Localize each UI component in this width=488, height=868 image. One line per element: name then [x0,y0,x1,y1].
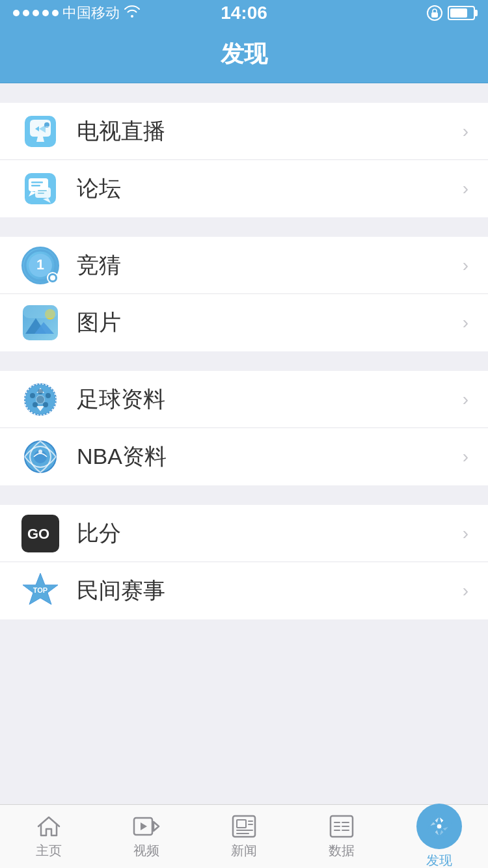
list-item-folk[interactable]: TOP 民间赛事 › [0,562,488,619]
folk-chevron: › [463,580,468,601]
tv-label: 电视直播 [77,116,456,146]
list-item-forum[interactable]: 论坛 › [0,160,488,217]
soccer-label: 足球资料 [77,385,456,414]
nba-chevron: › [463,446,468,467]
tab-video-label: 视频 [133,842,159,860]
tab-bar: 主页 视频 新闻 [0,804,488,868]
svg-rect-44 [237,820,246,828]
svg-text:GO: GO [27,526,49,542]
guess-chevron: › [463,255,468,276]
content-area: ... 电视直播 › 论坛 › [0,83,488,804]
svg-point-32 [33,402,38,407]
svg-rect-11 [38,190,47,191]
data-tab-icon [327,813,356,839]
list-item-nba[interactable]: NBA资料 › [0,428,488,485]
section-1: ... 电视直播 › 论坛 › [0,103,488,217]
section-2: 1 竞猜 › [0,237,488,351]
section-3: 足球资料 › NBA资料 › [0,371,488,485]
status-bar: 中国移动 14:06 [0,0,488,26]
battery-icon [448,6,475,20]
status-right [427,5,475,21]
list-item-score[interactable]: GO 比分 › [0,505,488,562]
tab-data[interactable]: 数据 [293,805,390,868]
forum-label: 论坛 [77,174,456,204]
lock-icon [427,5,442,21]
svg-rect-10 [31,185,40,187]
svg-point-29 [38,389,43,394]
svg-point-30 [30,393,35,398]
video-tab-icon [132,813,161,839]
nav-title: 发现 [221,38,267,70]
guess-icon: 1 [20,245,61,286]
svg-text:TOP: TOP [33,586,47,594]
svg-text:...: ... [46,123,49,128]
svg-point-36 [38,450,42,454]
signal-dots [13,10,59,16]
section-gap-2 [0,217,488,237]
tab-home-label: 主页 [36,842,62,860]
soccer-chevron: › [463,389,468,410]
list-item-soccer[interactable]: 足球资料 › [0,371,488,428]
photo-icon [20,302,61,344]
nav-bar: 发现 [0,26,488,83]
tab-discover[interactable]: 发现 [390,805,488,868]
svg-marker-41 [154,822,159,831]
nba-icon [20,436,61,478]
svg-point-57 [437,824,442,829]
tab-video[interactable]: 视频 [98,805,195,868]
section-gap-4 [0,485,488,505]
section-4: GO 比分 › TOP 民间赛事 › [0,505,488,619]
list-item-guess[interactable]: 1 竞猜 › [0,237,488,294]
svg-point-28 [36,396,44,403]
svg-point-31 [46,393,51,398]
folk-icon: TOP [20,570,61,612]
score-chevron: › [463,523,468,544]
svg-point-33 [43,402,48,407]
home-tab-icon [34,813,63,839]
photo-chevron: › [463,312,468,333]
discover-tab-icon [416,804,462,849]
svg-text:1: 1 [36,257,44,273]
guess-label: 竞猜 [77,251,456,280]
list-item-tv[interactable]: ... 电视直播 › [0,103,488,160]
tab-home[interactable]: 主页 [0,805,98,868]
list-item-photo[interactable]: 图片 › [0,294,488,351]
empty-bottom [0,639,488,678]
svg-rect-12 [38,193,44,194]
svg-rect-21 [23,305,58,318]
photo-label: 图片 [77,308,456,338]
tab-data-label: 数据 [329,842,355,860]
nba-label: NBA资料 [77,442,456,472]
folk-label: 民间赛事 [77,576,456,606]
forum-chevron: › [463,178,468,199]
score-icon: GO [20,513,61,554]
tv-chevron: › [463,121,468,142]
tab-news-label: 新闻 [231,842,257,860]
tv-icon: ... [20,111,61,152]
section-gap-bottom [0,619,488,639]
tab-discover-label: 发现 [426,852,452,868]
score-label: 比分 [77,519,456,549]
section-gap-3 [0,351,488,371]
news-tab-icon [230,813,258,839]
soccer-icon [20,379,61,420]
status-time: 14:06 [221,3,267,23]
svg-rect-9 [31,182,43,183]
carrier-label: 中国移动 [62,3,120,23]
tab-news[interactable]: 新闻 [195,805,293,868]
status-left: 中国移动 [13,3,141,23]
forum-icon [20,168,61,210]
wifi-icon [124,4,141,22]
svg-rect-0 [431,12,438,18]
section-gap-top [0,83,488,103]
svg-marker-42 [141,822,147,830]
